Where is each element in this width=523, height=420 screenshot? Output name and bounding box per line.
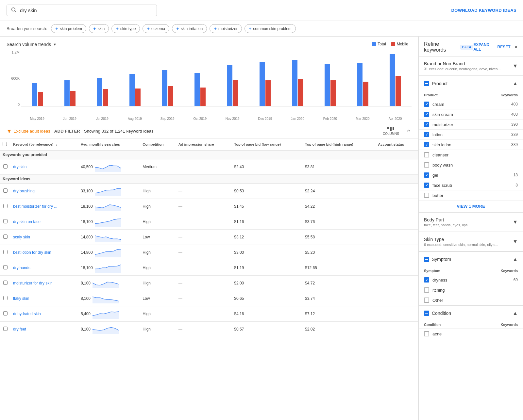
list-item[interactable]: itching: [419, 285, 523, 295]
refine-item-label[interactable]: skin cream: [419, 109, 480, 120]
list-item[interactable]: dryness69: [419, 275, 523, 285]
list-item[interactable]: butter: [419, 190, 523, 201]
exclude-adult-filter[interactable]: Exclude adult ideas: [7, 129, 50, 134]
row-keyword[interactable]: best lotion for dry skin: [10, 245, 78, 260]
row-checkbox[interactable]: [3, 296, 8, 300]
row-keyword[interactable]: dry brushing: [10, 184, 78, 199]
th-select-all[interactable]: [0, 138, 10, 150]
row-checkbox[interactable]: [3, 234, 8, 239]
refine-checkbox[interactable]: [424, 193, 429, 198]
row-checkbox[interactable]: [3, 327, 8, 331]
list-item[interactable]: moisturizer390: [419, 120, 523, 130]
refine-item-label[interactable]: Other: [419, 295, 476, 305]
row-checkbox-cell[interactable]: [0, 214, 10, 230]
refine-item-label[interactable]: body wash: [419, 160, 480, 170]
list-item[interactable]: body wash: [419, 160, 523, 170]
row-keyword[interactable]: dehydrated skin: [10, 306, 78, 322]
row-checkbox-cell[interactable]: [0, 184, 10, 199]
list-item[interactable]: gel18: [419, 170, 523, 180]
list-item[interactable]: cream403: [419, 99, 523, 109]
refine-checkbox[interactable]: [424, 152, 429, 157]
row-keyword[interactable]: best moisturizer for dry ...: [10, 199, 78, 214]
row-checkbox-cell[interactable]: [0, 245, 10, 260]
list-item[interactable]: cleanser: [419, 150, 523, 160]
refine-checkbox[interactable]: [424, 122, 429, 127]
add-filter-button[interactable]: ADD FILTER: [54, 129, 80, 134]
refine-checkbox[interactable]: [424, 331, 429, 336]
refine-item-label[interactable]: gel: [419, 170, 480, 180]
refine-checkbox[interactable]: [424, 162, 429, 168]
close-button[interactable]: ×: [514, 44, 518, 51]
row-checkbox-cell[interactable]: [0, 276, 10, 291]
expand-all-button[interactable]: EXPAND ALL: [473, 42, 493, 52]
list-item[interactable]: skin lotion339: [419, 140, 523, 150]
row-checkbox-cell[interactable]: [0, 306, 10, 322]
product-section-header[interactable]: Product ▲: [419, 76, 523, 91]
list-item[interactable]: face scrub8: [419, 180, 523, 190]
brand-section-header[interactable]: Brand or Non-Brand 31 excluded: eucerin,…: [419, 57, 523, 76]
row-checkbox-cell[interactable]: [0, 199, 10, 214]
chart-dropdown-icon[interactable]: ▼: [53, 42, 57, 46]
th-keyword[interactable]: Keyword (by relevance) ↓: [10, 138, 78, 150]
row-checkbox[interactable]: [3, 188, 8, 193]
row-keyword[interactable]: scaly skin: [10, 230, 78, 245]
refine-item-label[interactable]: lotion: [419, 130, 480, 140]
row-checkbox[interactable]: [3, 164, 8, 169]
refine-checkbox[interactable]: [424, 298, 429, 303]
condition-section-header[interactable]: Condition ▲: [419, 306, 523, 321]
refine-checkbox[interactable]: [424, 287, 429, 293]
row-checkbox[interactable]: [3, 204, 8, 208]
refine-checkbox[interactable]: [424, 277, 429, 283]
refine-checkbox[interactable]: [424, 183, 429, 188]
row-checkbox[interactable]: [3, 250, 8, 254]
refine-item-label[interactable]: face scrub: [419, 180, 480, 190]
refine-item-label[interactable]: butter: [419, 190, 480, 201]
download-keyword-ideas-button[interactable]: DOWNLOAD KEYWORD IDEAS: [451, 8, 516, 13]
refine-item-label[interactable]: cream: [419, 99, 480, 109]
refine-item-label[interactable]: cleanser: [419, 150, 480, 160]
row-checkbox[interactable]: [3, 265, 8, 269]
row-checkbox[interactable]: [3, 281, 8, 285]
symptom-section-header[interactable]: Symptom ▲: [419, 252, 523, 267]
broaden-chip-eczema[interactable]: + eczema: [143, 24, 169, 33]
row-keyword[interactable]: flaky skin: [10, 291, 78, 306]
collapse-button[interactable]: [406, 128, 412, 135]
row-keyword[interactable]: dry feet: [10, 322, 78, 337]
list-item[interactable]: skin cream403: [419, 109, 523, 120]
search-input[interactable]: dry skin: [20, 8, 153, 13]
broaden-chip-common-skin-problem[interactable]: + common skin problem: [245, 24, 296, 33]
row-checkbox[interactable]: [3, 219, 8, 223]
refine-checkbox[interactable]: [424, 172, 429, 178]
refine-item-label[interactable]: itching: [419, 285, 476, 295]
broaden-chip-skin-irritation[interactable]: + skin irritation: [172, 24, 207, 33]
row-checkbox-cell[interactable]: [0, 159, 10, 175]
row-keyword[interactable]: dry hands: [10, 260, 78, 276]
list-item[interactable]: lotion339: [419, 130, 523, 140]
broaden-chip-moisturizer[interactable]: + moisturizer: [210, 24, 242, 33]
row-keyword[interactable]: moisturizer for dry skin: [10, 276, 78, 291]
body-part-section-header[interactable]: Body Part face, feet, hands, eyes, lips …: [419, 213, 523, 232]
refine-checkbox[interactable]: [424, 112, 429, 117]
select-all-checkbox[interactable]: [3, 142, 7, 146]
refine-item-label[interactable]: moisturizer: [419, 120, 480, 130]
list-item[interactable]: acne: [419, 329, 523, 339]
list-item[interactable]: Other: [419, 295, 523, 305]
refine-item-label[interactable]: acne: [419, 329, 471, 339]
broaden-chip-skin-problem[interactable]: + skin problem: [51, 24, 86, 33]
skin-type-section-header[interactable]: Skin Type 6 excluded: sensitive skin, no…: [419, 232, 523, 251]
row-checkbox-cell[interactable]: [0, 230, 10, 245]
refine-checkbox[interactable]: [424, 102, 429, 107]
refine-item-label[interactable]: dryness: [419, 275, 476, 285]
row-checkbox[interactable]: [3, 311, 8, 315]
refine-checkbox[interactable]: [424, 142, 429, 147]
broaden-chip-skin[interactable]: + skin: [89, 24, 109, 33]
row-keyword[interactable]: dry skin on face: [10, 214, 78, 230]
broaden-chip-skin-type[interactable]: + skin type: [111, 24, 140, 33]
reset-button[interactable]: RESET: [497, 45, 510, 49]
view-more-product[interactable]: VIEW 1 MORE: [419, 201, 523, 212]
row-checkbox-cell[interactable]: [0, 291, 10, 306]
refine-checkbox[interactable]: [424, 132, 429, 137]
refine-item-label[interactable]: skin lotion: [419, 140, 480, 150]
row-checkbox-cell[interactable]: [0, 322, 10, 337]
columns-button[interactable]: COLUMNS: [383, 127, 399, 136]
